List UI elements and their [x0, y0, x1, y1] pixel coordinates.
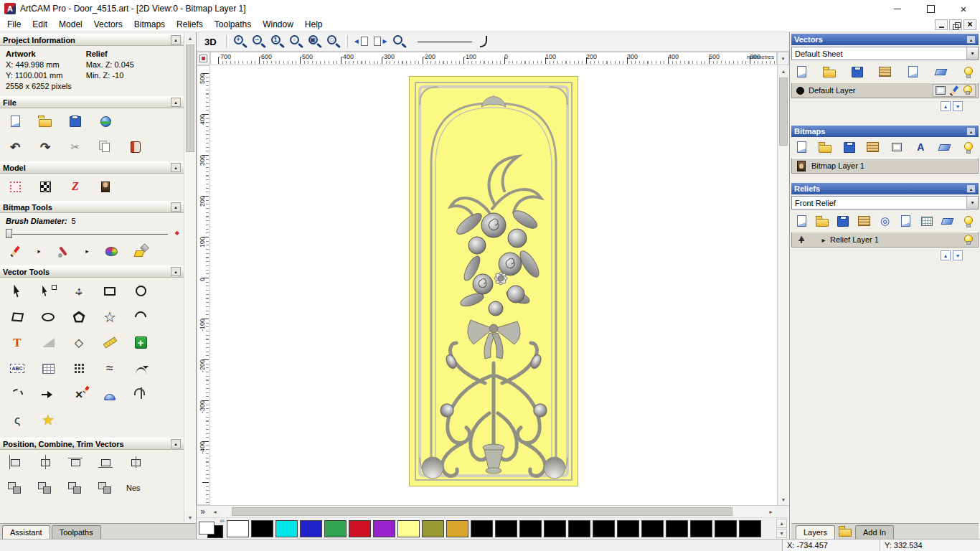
curvearrow-icon[interactable] [130, 359, 151, 378]
nodesel-icon[interactable] [37, 281, 59, 301]
eraser-icon[interactable] [939, 213, 956, 229]
collapse-button[interactable] [171, 98, 181, 107]
palette-swatch[interactable] [446, 520, 468, 537]
palette-swatch[interactable] [251, 520, 273, 537]
page-icon[interactable] [897, 213, 915, 229]
globe-icon[interactable] [96, 113, 115, 130]
chevron-down-icon[interactable] [966, 47, 978, 60]
disk-icon[interactable] [841, 139, 858, 155]
combine1-icon[interactable] [6, 480, 24, 497]
palette-swatch[interactable] [641, 520, 664, 537]
collapse-button[interactable] [966, 35, 976, 44]
palette-swatch[interactable] [227, 520, 249, 537]
scroll-track[interactable] [184, 153, 196, 512]
collapse-button[interactable] [966, 184, 976, 193]
mini-icon[interactable] [84, 242, 90, 260]
stack-icon[interactable] [876, 64, 893, 80]
menu-item[interactable]: Toolpaths [209, 18, 257, 31]
zoomm-icon[interactable] [250, 34, 268, 50]
bulb-icon[interactable] [961, 233, 976, 246]
dots-icon[interactable] [68, 359, 90, 378]
align5-icon[interactable] [126, 454, 145, 471]
arcdash-icon[interactable] [6, 385, 28, 404]
mdi-minimize-button[interactable] [935, 19, 948, 30]
collapse-button[interactable] [171, 439, 181, 448]
page-icon[interactable] [6, 113, 24, 130]
menu-item[interactable]: Help [299, 18, 329, 31]
palette-swatch[interactable] [544, 520, 566, 537]
menu-item[interactable]: Reliefs [171, 18, 209, 31]
minimize-button[interactable] [881, 0, 914, 17]
book-icon[interactable] [126, 138, 145, 156]
palette-swatch[interactable] [422, 520, 444, 537]
move-layer-up-button[interactable] [941, 101, 951, 111]
align4-icon[interactable] [96, 454, 115, 471]
scroll-thumb[interactable] [779, 77, 788, 146]
scroll-thumb[interactable] [232, 507, 732, 516]
plusarrow-icon[interactable] [794, 233, 809, 246]
circleblack-icon[interactable] [794, 84, 806, 97]
menu-item[interactable]: Window [257, 18, 299, 31]
page-icon[interactable] [793, 213, 810, 229]
horizontal-scrollbar[interactable] [221, 506, 765, 517]
snapl-icon[interactable] [353, 34, 370, 50]
circle-icon[interactable] [130, 281, 151, 301]
menu-item[interactable]: Model [53, 18, 88, 31]
menu-item[interactable]: Edit [27, 18, 53, 31]
ruler-corner[interactable] [197, 52, 210, 65]
palette-swatch[interactable] [373, 520, 395, 537]
zoomw-icon[interactable] [306, 34, 324, 50]
swirl-icon[interactable] [877, 213, 894, 229]
palette-swatch[interactable] [739, 520, 761, 537]
pan-page-button[interactable] [197, 506, 209, 517]
scroll-thumb[interactable] [186, 44, 194, 152]
flood-icon[interactable] [132, 242, 151, 260]
collapse-button[interactable] [966, 127, 976, 136]
protractor-icon[interactable] [37, 333, 59, 352]
bulb-icon[interactable] [960, 213, 977, 229]
collapse-button[interactable] [171, 267, 181, 276]
page-icon[interactable] [793, 139, 810, 155]
bulb-icon[interactable] [960, 139, 977, 155]
combine2-icon[interactable] [36, 480, 55, 497]
zoomo-icon[interactable] [288, 34, 305, 50]
collapse-button[interactable] [171, 163, 181, 172]
diamond-icon[interactable] [68, 333, 90, 352]
scroll-up-button[interactable] [184, 32, 196, 44]
tab-toolpaths[interactable]: Toolpaths [52, 525, 101, 539]
assistant-scrollbar[interactable] [184, 32, 196, 523]
bulb-icon[interactable] [960, 64, 977, 80]
bulb-icon[interactable] [961, 85, 974, 96]
mona-icon[interactable] [96, 178, 115, 195]
palette-scroll-up-button[interactable] [776, 519, 787, 528]
eraser-icon[interactable] [936, 139, 953, 155]
mdi-restore-button[interactable] [949, 19, 962, 30]
rect-icon[interactable] [99, 281, 121, 301]
oval-icon[interactable] [37, 307, 59, 326]
collapse-button[interactable] [171, 202, 181, 212]
close-button[interactable] [947, 0, 980, 17]
addin-folder-icon[interactable] [837, 523, 854, 539]
stack-icon[interactable] [855, 213, 872, 229]
branch-icon[interactable] [130, 385, 151, 404]
combine3-icon[interactable] [66, 480, 85, 497]
snapr-icon[interactable] [372, 34, 389, 50]
menu-item[interactable]: File [1, 18, 27, 31]
palette-swatch[interactable] [568, 520, 590, 537]
palette-swatch[interactable] [666, 520, 688, 537]
model2-icon[interactable] [36, 178, 55, 195]
frame-icon[interactable] [888, 139, 905, 155]
tab-add-in[interactable]: Add In [855, 525, 894, 539]
scroll-down-button[interactable] [778, 494, 789, 505]
redo-icon[interactable] [36, 138, 55, 156]
select-icon[interactable] [6, 281, 28, 301]
copy-icon[interactable] [96, 138, 115, 156]
ruler-units-dropdown[interactable] [777, 52, 789, 65]
expand-icon[interactable] [820, 233, 827, 246]
profile-icon[interactable] [6, 410, 28, 430]
palette-swatch[interactable] [690, 520, 712, 537]
brush-diameter-slider[interactable] [6, 227, 168, 238]
palette-swatch[interactable] [617, 520, 639, 537]
palette-swatch[interactable] [349, 520, 371, 537]
collapse-button[interactable] [171, 35, 181, 44]
